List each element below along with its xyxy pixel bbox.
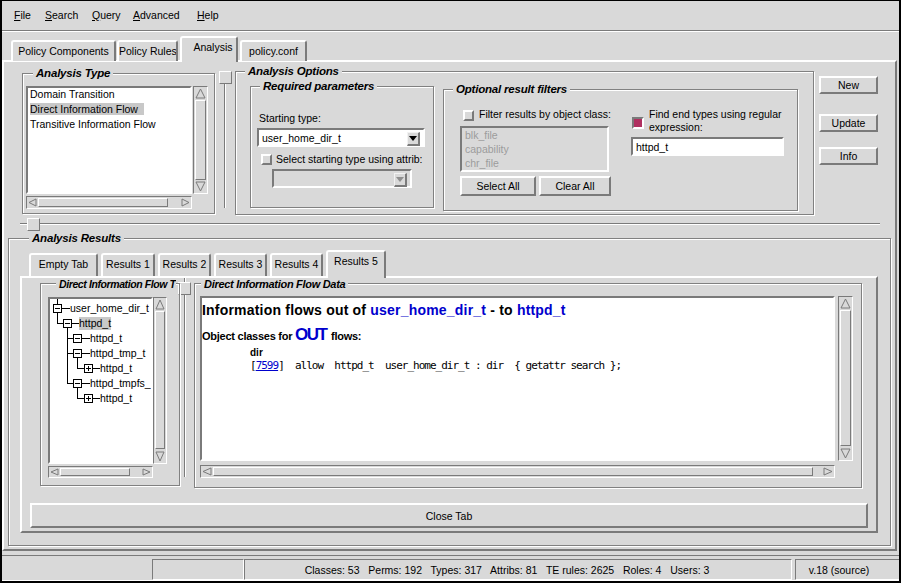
classes-flow-direction: OUT xyxy=(295,325,328,344)
analysis-type-vscroll[interactable] xyxy=(193,86,208,194)
statusbar: Classes: 53 Perms: 192 Types: 317 Attrib… xyxy=(2,555,899,581)
scrollbar-thumb[interactable] xyxy=(213,467,813,476)
update-button[interactable]: Update xyxy=(819,114,878,132)
tab-empty-tab[interactable]: Empty Tab xyxy=(29,253,98,276)
menu-file[interactable]: File xyxy=(14,9,31,21)
scroll-right-icon[interactable] xyxy=(142,468,151,476)
tree-expander-plus[interactable] xyxy=(84,364,93,373)
tree-node-label[interactable]: httpd_t xyxy=(100,362,132,375)
menu-search[interactable]: Search xyxy=(45,9,78,21)
close-tab-button[interactable]: Close Tab xyxy=(30,503,868,528)
tab-label: Results 5 xyxy=(334,255,378,267)
required-params-title: Required parameters xyxy=(260,80,377,92)
statusbar-cell-empty xyxy=(152,559,244,580)
menu-advanced[interactable]: Advanced xyxy=(133,9,180,21)
list-item[interactable]: Domain Transition xyxy=(30,87,190,102)
rule-id-link[interactable]: 7599 xyxy=(256,359,279,372)
scrollbar-thumb[interactable] xyxy=(60,468,130,476)
tree-node-label[interactable]: httpd_tmp_t xyxy=(90,347,145,360)
scroll-right-icon[interactable] xyxy=(823,467,833,476)
list-item-label: Transitive Information Flow xyxy=(30,118,156,130)
tree-connector xyxy=(77,358,78,368)
flow-data-text[interactable]: Information flows out of user_home_dir_t… xyxy=(200,296,835,461)
scrollbar-thumb[interactable] xyxy=(840,310,851,446)
menu-help[interactable]: Help xyxy=(197,9,219,21)
tree-node-label[interactable]: httpd_t xyxy=(90,332,122,345)
scroll-up-icon[interactable] xyxy=(155,299,165,310)
new-button[interactable]: New xyxy=(819,76,878,94)
info-button[interactable]: Info xyxy=(819,147,878,165)
tab-analysis[interactable]: Analysis xyxy=(180,36,238,62)
scrollbar-thumb[interactable] xyxy=(38,198,168,207)
flow-tree-hscroll[interactable] xyxy=(48,466,153,478)
tab-results-4[interactable]: Results 4 xyxy=(270,253,323,276)
scroll-right-icon[interactable] xyxy=(181,198,190,207)
starting-type-value: user_home_dir_t xyxy=(262,132,341,144)
object-class-item: chr_file xyxy=(465,156,607,170)
horizontal-sash[interactable] xyxy=(20,223,880,224)
classes-prefix: Object classes for xyxy=(202,330,295,342)
tab-policy-conf[interactable]: policy.conf xyxy=(240,40,307,61)
statusbar-cell-stats: Classes: 53 Perms: 192 Types: 317 Attrib… xyxy=(244,559,792,580)
vertical-sash[interactable] xyxy=(224,73,225,208)
tree-node-label[interactable]: httpd_tmpfs_ xyxy=(90,377,151,390)
scroll-left-icon[interactable] xyxy=(50,468,59,476)
scroll-up-icon[interactable] xyxy=(840,298,851,309)
tree-expander-minus[interactable] xyxy=(73,349,82,358)
tab-results-3[interactable]: Results 3 xyxy=(214,253,267,276)
filter-by-class-checkbox[interactable] xyxy=(463,110,474,121)
tree-node-label[interactable]: httpd_t xyxy=(100,392,132,405)
scrollbar-thumb[interactable] xyxy=(155,311,165,449)
tree-expander-minus[interactable] xyxy=(63,319,72,328)
flow-tree[interactable]: user_home_dir_thttpd_thttpd_thttpd_tmp_t… xyxy=(48,297,153,464)
scrollbar-thumb[interactable] xyxy=(195,100,206,180)
list-item-selected[interactable]: Direct Information Flow xyxy=(30,102,190,117)
regex-checkbox[interactable] xyxy=(632,117,644,129)
flow-tree-vscroll[interactable] xyxy=(153,297,167,464)
tab-results-5[interactable]: Results 5 xyxy=(326,250,386,278)
scroll-down-icon[interactable] xyxy=(195,181,206,192)
starting-type-dropdown-button[interactable] xyxy=(407,132,420,146)
tree-connector xyxy=(77,398,84,399)
scroll-down-icon[interactable] xyxy=(155,451,165,462)
list-item[interactable]: Transitive Information Flow xyxy=(30,117,190,132)
vertical-sash-handle[interactable] xyxy=(219,71,232,84)
attrib-checkbox[interactable] xyxy=(261,154,272,165)
tree-expander-plus[interactable] xyxy=(84,394,93,403)
tree-expander-minus[interactable] xyxy=(53,304,62,313)
scroll-up-icon[interactable] xyxy=(195,88,206,99)
analysis-type-listbox[interactable]: Domain Transition Direct Information Flo… xyxy=(26,86,192,194)
scroll-down-icon[interactable] xyxy=(840,448,851,459)
tree-node-label[interactable]: user_home_dir_t xyxy=(70,302,149,315)
tab-policy-rules[interactable]: Policy Rules xyxy=(117,40,178,61)
tree-node-label[interactable]: httpd_t xyxy=(79,317,111,330)
clear-all-button[interactable]: Clear All xyxy=(539,176,611,196)
optional-filters-title: Optional result filters xyxy=(453,83,570,95)
flow-data-hscroll[interactable] xyxy=(200,465,835,478)
tree-connector xyxy=(72,323,79,324)
regex-entry[interactable]: httpd_t xyxy=(631,137,784,156)
tab-label: Results 4 xyxy=(275,258,319,270)
scroll-left-icon[interactable] xyxy=(28,198,37,207)
tab-results-2[interactable]: Results 2 xyxy=(158,253,211,276)
flow-data-title: Direct Information Flow Data xyxy=(201,278,348,290)
results-sash[interactable] xyxy=(184,278,185,477)
classes-suffix: flows: xyxy=(328,330,361,342)
tab-results-1[interactable]: Results 1 xyxy=(101,253,155,276)
tree-expander-minus[interactable] xyxy=(73,379,82,388)
tab-policy-components[interactable]: Policy Components xyxy=(11,40,116,61)
analysis-type-hscroll[interactable] xyxy=(26,196,192,209)
tree-connector xyxy=(77,388,78,398)
flow-data-vscroll[interactable] xyxy=(838,296,853,461)
horizontal-sash-handle[interactable] xyxy=(27,218,40,231)
tree-connector xyxy=(82,383,90,384)
menu-query[interactable]: Query xyxy=(92,9,121,21)
apol-window: File Search Query Advanced Help Policy C… xyxy=(0,0,901,583)
select-all-button[interactable]: Select All xyxy=(460,176,536,196)
tab-label: Policy Components xyxy=(18,45,108,57)
starting-type-combobox[interactable]: user_home_dir_t xyxy=(257,128,425,147)
scroll-left-icon[interactable] xyxy=(202,467,212,476)
object-class-item: blk_file xyxy=(465,128,607,142)
rule-text: allow httpd_t user_home_dir_t : dir { ge… xyxy=(284,359,621,372)
tree-expander-minus[interactable] xyxy=(73,334,82,343)
